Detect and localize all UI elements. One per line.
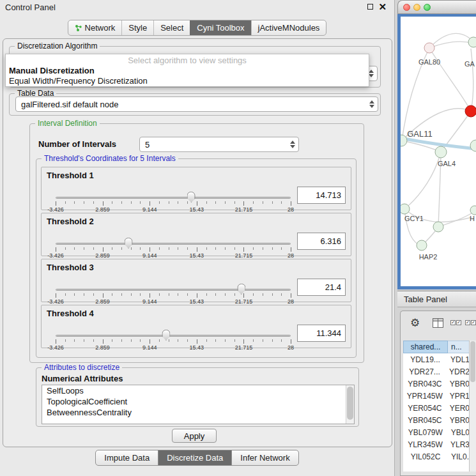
selection-mode-icons[interactable]: ✓✓ ✓✓ <box>450 320 476 325</box>
table-cell[interactable]: YBR043C <box>403 378 447 390</box>
slider-ticks <box>56 201 291 206</box>
tick-mark <box>74 201 75 204</box>
checkbox-icon[interactable]: ✓ <box>471 320 476 325</box>
close-light-icon[interactable] <box>403 4 410 11</box>
tick-mark <box>178 201 178 204</box>
tab-style[interactable]: Style <box>121 20 153 35</box>
slider-track[interactable] <box>56 289 291 291</box>
tick-mark <box>243 201 244 206</box>
dropdown-option-equal-width[interactable]: Equal Width/Frequency Discretization <box>6 76 369 86</box>
apply-button[interactable]: Apply <box>172 429 217 443</box>
checkbox-icon[interactable]: ✓ <box>465 320 470 325</box>
table-row[interactable]: YPR145W YPR1... <box>403 390 476 402</box>
slider-track[interactable] <box>56 335 291 337</box>
column-header-shared-name[interactable]: shared... <box>403 341 448 353</box>
table-row[interactable]: YBR045C YBR0... <box>403 414 476 426</box>
numerical-attributes-list[interactable]: SelfLoopsTopologicalCoefficientBetweenne… <box>42 385 355 424</box>
algorithm-dropdown-popup: Select algorithm to view settings Manual… <box>5 54 369 87</box>
tick-mark <box>169 293 169 296</box>
slider-track[interactable] <box>56 197 291 199</box>
scrollbar-thumb[interactable] <box>347 387 353 420</box>
tab-infer-network[interactable]: Infer Network <box>231 450 298 466</box>
threshold-value-field[interactable] <box>297 187 346 204</box>
gear-icon[interactable]: ⚙ <box>410 316 420 330</box>
tick-mark <box>178 339 178 342</box>
table-row[interactable]: YER054C YER0... <box>403 402 476 414</box>
tick-mark <box>93 339 94 342</box>
table-cell[interactable]: YBL079W <box>403 426 448 438</box>
top-tab-bar: Network Style Select Cyni Toolbox jActiv… <box>0 20 394 36</box>
slider-tick-labels: -3.4262.8599.14415.4321.71528 <box>56 344 291 351</box>
tick-mark <box>140 339 141 342</box>
tab-select[interactable]: Select <box>153 20 190 35</box>
zoom-light-icon[interactable] <box>424 4 431 11</box>
threshold-slider[interactable]: -3.4262.8599.14415.4321.71528 <box>56 238 291 257</box>
network-window-titlebar[interactable] <box>397 0 476 14</box>
threshold-value-field[interactable] <box>297 325 346 342</box>
node-label: HAP2 <box>419 253 438 261</box>
threshold-slider[interactable]: -3.4262.8599.14415.4321.71528 <box>56 284 291 303</box>
table-scrollbar[interactable] <box>469 341 476 472</box>
table-cell[interactable]: YDR27... <box>403 365 446 378</box>
tick-mark <box>281 247 282 250</box>
tick-mark <box>281 201 282 204</box>
slider-track[interactable] <box>56 243 291 245</box>
checkbox-icon[interactable]: ✓ <box>456 320 461 325</box>
table-cell[interactable]: YER054C <box>403 402 447 414</box>
table-cell[interactable]: YPR145W <box>403 390 447 402</box>
close-icon[interactable]: ✕ <box>378 1 387 13</box>
tick-mark <box>291 247 291 252</box>
threshold-slider[interactable]: -3.4262.8599.14415.4321.71528 <box>56 192 291 211</box>
tick-mark <box>84 247 84 250</box>
columns-icon[interactable] <box>433 318 443 330</box>
list-item[interactable]: BetweennessCentrality <box>42 407 354 418</box>
number-of-intervals-combobox[interactable]: 5 <box>139 137 299 152</box>
tick-mark <box>140 247 141 250</box>
table-row[interactable]: YDR27... YDR2... <box>403 365 476 378</box>
table-row[interactable]: YBR043C YBR0... <box>403 378 476 390</box>
scrollbar-thumb[interactable] <box>470 341 475 382</box>
table-cell[interactable]: YBR045C <box>403 414 447 426</box>
threshold-value-field[interactable] <box>297 279 346 296</box>
table-cell[interactable]: YLR345W <box>403 438 447 450</box>
tick-mark <box>206 201 207 204</box>
list-item[interactable]: SelfLoops <box>42 385 354 396</box>
tick-mark <box>140 201 141 204</box>
table-data-selected-value: galFiltered.sif default node <box>21 100 118 109</box>
table-rows: YDL19... YDL1... YDR27... YDR2... YBR043… <box>403 353 476 463</box>
table-cell[interactable]: YIL052C <box>403 450 448 463</box>
table-row[interactable]: YBL079W YBL0... <box>403 426 476 438</box>
tab-impute-data[interactable]: Impute Data <box>95 450 158 466</box>
tab-network[interactable]: Network <box>68 20 122 35</box>
tick-mark <box>93 201 94 204</box>
table-panel-body: ⚙ ✓✓ ✓✓ shared... n... YDL19... YDL1... … <box>400 311 476 476</box>
minimize-light-icon[interactable] <box>413 4 420 11</box>
table-cell[interactable]: YDL19... <box>403 353 447 365</box>
threshold-slider[interactable]: -3.4262.8599.14415.4321.71528 <box>56 330 291 349</box>
numerical-attributes-title: Numerical Attributes <box>42 374 123 383</box>
tick-mark <box>65 247 66 250</box>
threshold-value-field[interactable] <box>297 233 346 250</box>
tick-mark <box>225 201 226 204</box>
list-item[interactable]: TopologicalCoefficient <box>42 396 354 407</box>
checkbox-icon[interactable]: ✓ <box>450 320 456 325</box>
tick-mark <box>131 339 132 342</box>
table-data-combobox[interactable]: galFiltered.sif default node <box>15 96 378 112</box>
dropdown-option-manual-discretization[interactable]: Manual Discretization <box>6 66 369 76</box>
slider-ticks <box>56 339 291 344</box>
float-window-icon[interactable] <box>367 4 373 10</box>
list-scrollbar[interactable] <box>346 385 354 424</box>
window-title: Control Panel <box>5 3 56 12</box>
tick-mark <box>225 247 226 250</box>
table-row[interactable]: YDL19... YDL1... <box>403 353 476 365</box>
table-row[interactable]: YLR345W YLR3... <box>403 438 476 450</box>
tab-jactivemnodules[interactable]: jActiveMNodules <box>251 20 326 35</box>
tick-mark <box>263 247 263 250</box>
network-canvas[interactable]: GAL80 GA GAL11 GAL4 GCY1 HAP2 H <box>401 17 476 286</box>
threshold-label: Threshold 3 <box>47 263 94 272</box>
tab-cyni-toolbox[interactable]: Cyni Toolbox <box>190 20 250 35</box>
network-icon <box>75 24 82 32</box>
tick-mark <box>169 247 169 250</box>
table-row[interactable]: YIL052C YIL0... <box>403 450 476 463</box>
tab-discretize-data[interactable]: Discretize Data <box>158 450 232 466</box>
